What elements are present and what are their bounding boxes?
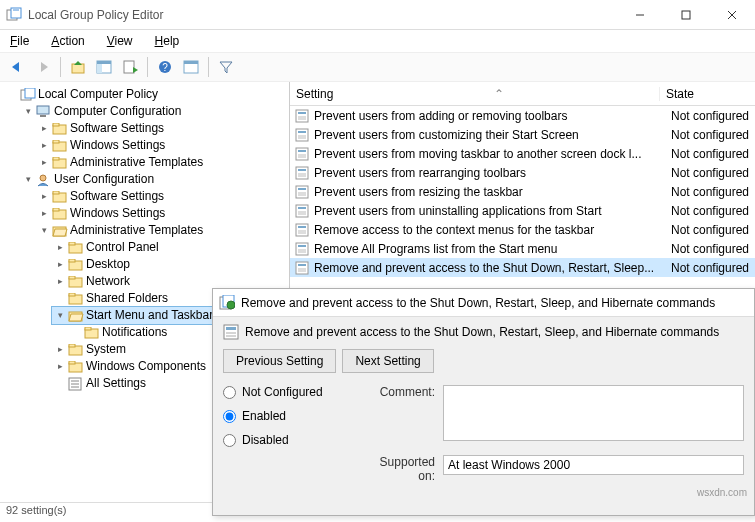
list-row[interactable]: Remove and prevent access to the Shut Do…	[290, 258, 755, 277]
svg-rect-53	[69, 361, 75, 364]
policy-properties-dialog: Remove and prevent access to the Shut Do…	[212, 288, 755, 516]
svg-rect-87	[298, 245, 306, 247]
chevron-right-icon[interactable]: ▸	[38, 208, 50, 220]
chevron-down-icon[interactable]: ▾	[38, 225, 50, 237]
previous-setting-button[interactable]: Previous Setting	[223, 349, 336, 373]
close-button[interactable]	[709, 0, 755, 30]
policy-item-icon	[294, 128, 310, 142]
tree-uc-windows[interactable]: ▸Windows Settings	[36, 205, 287, 222]
comment-textarea[interactable]	[443, 385, 744, 441]
menu-action[interactable]: Action	[47, 33, 88, 49]
tree-uc-admin[interactable]: ▾Administrative Templates	[36, 222, 287, 239]
list-row-state: Not configured	[665, 242, 755, 256]
supported-on-value: At least Windows 2000	[443, 455, 744, 475]
help-button[interactable]: ?	[154, 56, 176, 78]
column-setting-label: Setting	[296, 87, 333, 101]
tree-root[interactable]: ▸ Local Computer Policy	[4, 86, 287, 103]
policy-item-icon	[294, 147, 310, 161]
chevron-right-icon[interactable]: ▸	[54, 344, 66, 356]
chevron-down-icon[interactable]: ▾	[22, 174, 34, 186]
list-row-state: Not configured	[665, 128, 755, 142]
chevron-right-icon[interactable]: ▸	[38, 140, 50, 152]
list-row[interactable]: Prevent users from resizing the taskbarN…	[290, 182, 755, 201]
list-row[interactable]: Prevent users from rearranging toolbarsN…	[290, 163, 755, 182]
svg-rect-82	[296, 224, 308, 236]
column-state[interactable]: State	[659, 87, 755, 101]
chevron-right-icon[interactable]: ▸	[54, 259, 66, 271]
svg-rect-28	[53, 140, 59, 143]
svg-point-31	[40, 175, 46, 181]
list-row[interactable]: Prevent users from uninstalling applicat…	[290, 201, 755, 220]
tree-cc-windows[interactable]: ▸Windows Settings	[36, 137, 287, 154]
svg-rect-70	[296, 167, 308, 179]
back-button[interactable]	[6, 56, 28, 78]
tree-control-panel[interactable]: ▸Control Panel	[52, 239, 287, 256]
minimize-button[interactable]	[617, 0, 663, 30]
list-row-name: Remove All Programs list from the Start …	[310, 242, 665, 256]
user-icon	[36, 173, 52, 187]
svg-rect-22	[25, 88, 35, 98]
window-title: Local Group Policy Editor	[28, 8, 163, 22]
menu-help[interactable]: Help	[151, 33, 184, 49]
chevron-down-icon[interactable]: ▾	[22, 106, 34, 118]
filter-button[interactable]	[215, 56, 237, 78]
policy-item-icon	[294, 261, 310, 275]
list-row-name: Remove access to the context menus for t…	[310, 223, 665, 237]
chevron-right-icon[interactable]: ▸	[54, 361, 66, 373]
menu-view[interactable]: View	[103, 33, 137, 49]
tree-label: User Configuration	[54, 171, 154, 188]
folder-icon	[52, 122, 68, 136]
list-row[interactable]: Prevent users from moving taskbar to ano…	[290, 144, 755, 163]
policy-item-icon	[294, 166, 310, 180]
list-row[interactable]: Prevent users from adding or removing to…	[290, 106, 755, 125]
radio-disabled[interactable]: Disabled	[223, 433, 363, 447]
column-setting[interactable]: Setting ⌃	[290, 87, 659, 101]
list-row-state: Not configured	[665, 109, 755, 123]
tree-root-label: Local Computer Policy	[38, 86, 158, 103]
svg-rect-67	[298, 150, 306, 152]
chevron-right-icon[interactable]: ▸	[54, 242, 66, 254]
svg-rect-59	[298, 112, 306, 114]
policy-dialog-icon	[219, 296, 235, 310]
tree-cc-admin[interactable]: ▸Administrative Templates	[36, 154, 287, 171]
list-row[interactable]: Remove access to the context menus for t…	[290, 220, 755, 239]
list-row-name: Prevent users from customizing their Sta…	[310, 128, 665, 142]
dialog-title-bar[interactable]: Remove and prevent access to the Shut Do…	[213, 289, 754, 317]
list-row-name: Prevent users from moving taskbar to ano…	[310, 147, 665, 161]
tree-cc-software[interactable]: ▸Software Settings	[36, 120, 287, 137]
menu-file[interactable]: File	[6, 33, 33, 49]
next-setting-button[interactable]: Next Setting	[342, 349, 433, 373]
list-row-name: Remove and prevent access to the Shut Do…	[310, 261, 665, 275]
svg-marker-10	[74, 61, 82, 65]
computer-icon	[36, 105, 52, 119]
show-hide-tree-button[interactable]	[93, 56, 115, 78]
folder-icon	[52, 207, 68, 221]
settings-list-icon	[68, 377, 84, 391]
dialog-heading-text: Remove and prevent access to the Shut Do…	[245, 325, 719, 339]
folder-open-icon	[68, 309, 84, 323]
tree-user-config[interactable]: ▾ User Configuration	[20, 171, 287, 188]
column-state-label: State	[666, 87, 694, 101]
list-row[interactable]: Remove All Programs list from the Start …	[290, 239, 755, 258]
tree-computer-config[interactable]: ▾ Computer Configuration	[20, 103, 287, 120]
svg-marker-7	[12, 62, 19, 72]
chevron-down-icon[interactable]: ▾	[54, 310, 66, 322]
properties-button[interactable]	[180, 56, 202, 78]
svg-rect-39	[69, 242, 75, 245]
chevron-right-icon[interactable]: ▸	[38, 191, 50, 203]
chevron-right-icon[interactable]: ▸	[38, 123, 50, 135]
tree-uc-software[interactable]: ▸Software Settings	[36, 188, 287, 205]
chevron-right-icon[interactable]: ▸	[38, 157, 50, 169]
maximize-button[interactable]	[663, 0, 709, 30]
tree-label: Notifications	[102, 324, 167, 341]
chevron-right-icon[interactable]: ▸	[54, 276, 66, 288]
forward-button[interactable]	[32, 56, 54, 78]
export-list-button[interactable]	[119, 56, 141, 78]
radio-enabled[interactable]: Enabled	[223, 409, 363, 423]
tree-label: Administrative Templates	[70, 222, 203, 239]
list-row[interactable]: Prevent users from customizing their Sta…	[290, 125, 755, 144]
tree-desktop[interactable]: ▸Desktop	[52, 256, 287, 273]
svg-rect-75	[298, 188, 306, 190]
radio-not-configured[interactable]: Not Configured	[223, 385, 363, 399]
up-button[interactable]	[67, 56, 89, 78]
